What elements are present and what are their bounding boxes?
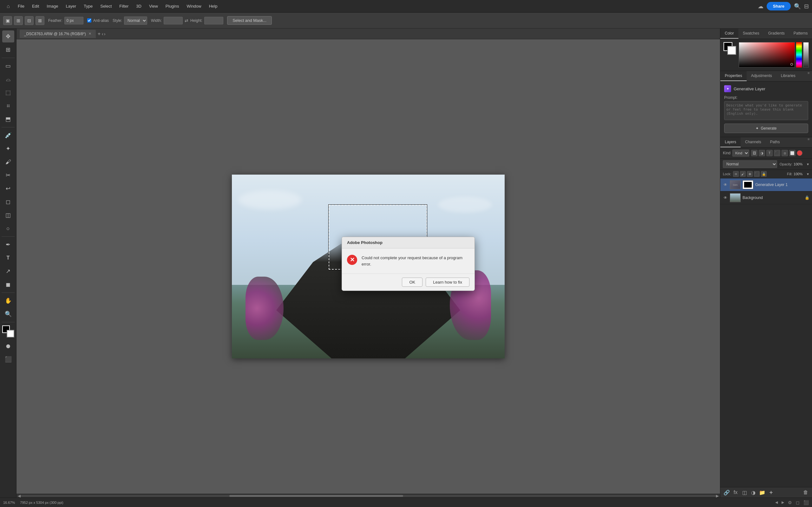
status-nav-right[interactable]: ▶ (781, 500, 784, 504)
menu-help[interactable]: Help (206, 3, 221, 10)
artboard-filter-icon[interactable]: ⬜ (789, 150, 796, 156)
type-tool[interactable]: T (2, 252, 14, 264)
menu-file[interactable]: File (14, 3, 28, 10)
menu-image[interactable]: Image (44, 3, 61, 10)
tab-libraries[interactable]: Libraries (776, 71, 800, 81)
add-layer-style-btn[interactable]: fx (732, 489, 740, 496)
style-select[interactable]: Normal (124, 16, 147, 25)
feather-input[interactable] (64, 17, 84, 24)
blend-mode-select[interactable]: Normal (723, 160, 777, 168)
lock-artboard-icon[interactable]: ⬛ (754, 171, 760, 177)
properties-panel-collapse[interactable]: ≡ (808, 71, 812, 81)
tab-patterns[interactable]: Patterns (789, 29, 812, 39)
delete-layer-btn[interactable]: 🗑 (802, 489, 809, 496)
height-input[interactable] (204, 17, 223, 24)
lasso-tool[interactable]: ⌓ (2, 73, 14, 85)
adjustment-filter-icon[interactable]: ◑ (759, 150, 765, 156)
layer-item-generative[interactable]: 👁 Gen Generative Layer 1 (720, 178, 812, 191)
dodge-tool[interactable]: ○ (2, 222, 14, 234)
layer-visibility-generative[interactable]: 👁 (723, 182, 728, 187)
generate-button[interactable]: ✦ Generate (724, 124, 808, 133)
swap-wh-icon[interactable]: ⇄ (185, 18, 189, 23)
horizontal-scrollbar[interactable]: ◀ ▶ (16, 494, 720, 498)
width-input[interactable] (164, 17, 183, 24)
fill-dropdown-icon[interactable]: ▼ (806, 172, 809, 176)
color-opacity-bar[interactable] (803, 42, 809, 67)
tab-color[interactable]: Color (720, 29, 739, 39)
menu-filter[interactable]: Filter (116, 3, 132, 10)
menu-layer[interactable]: Layer (63, 3, 80, 10)
intersect-selection-btn[interactable]: ⊠ (36, 16, 44, 25)
new-group-btn[interactable]: 📁 (758, 489, 766, 496)
clone-stamp-tool[interactable]: ✂ (2, 169, 14, 181)
menu-window[interactable]: Window (183, 3, 204, 10)
tab-channels[interactable]: Channels (741, 137, 766, 147)
status-icon-1[interactable]: ⚙ (788, 500, 792, 505)
spot-healing-tool[interactable]: ✦ (2, 143, 14, 155)
workspace-icon[interactable]: ⊟ (804, 3, 809, 10)
new-layer-btn[interactable]: + (767, 489, 775, 496)
anti-alias-checkbox[interactable] (87, 18, 91, 22)
add-mask-btn[interactable]: ◫ (741, 489, 748, 496)
history-brush-tool[interactable]: ↩ (2, 182, 14, 194)
document-tab[interactable]: _DSC8763.ARW @ 16.7% (RGB/8*) ✕ (20, 30, 96, 38)
lock-transparent-pixels-icon[interactable]: ⧈ (733, 171, 739, 177)
ps-home-icon[interactable]: ⌂ (3, 1, 13, 11)
crop-tool[interactable]: ⌗ (2, 100, 14, 112)
zoom-tool[interactable]: 🔍 (2, 308, 14, 320)
new-selection-btn[interactable]: ▣ (3, 16, 12, 25)
cloud-icon[interactable]: ☁ (758, 3, 763, 10)
frame-tool[interactable]: ⬒ (2, 113, 14, 125)
background-color-swatch[interactable] (727, 46, 736, 55)
scrollbar-thumb[interactable] (229, 495, 403, 497)
lock-position-icon[interactable]: ✥ (747, 171, 753, 177)
menu-plugins[interactable]: Plugins (162, 3, 183, 10)
tab-gradients[interactable]: Gradients (764, 29, 789, 39)
type-filter-icon[interactable]: T (766, 150, 773, 156)
shape-filter-icon[interactable]: ⬛ (774, 150, 780, 156)
status-icon-3[interactable]: ⬛ (803, 500, 809, 505)
tab-adjustments[interactable]: Adjustments (747, 71, 776, 81)
menu-select[interactable]: Select (97, 3, 115, 10)
tab-close-btn[interactable]: ✕ (89, 32, 91, 36)
tab-properties[interactable]: Properties (720, 71, 747, 81)
menu-view[interactable]: View (146, 3, 161, 10)
scroll-left-btn[interactable]: ◀ (18, 494, 20, 498)
menu-3d[interactable]: 3D (133, 3, 145, 10)
fg-bg-color-selector[interactable] (2, 326, 14, 337)
new-fill-adjustment-btn[interactable]: ◑ (750, 489, 757, 496)
rectangular-marquee-tool[interactable]: ▭ (2, 60, 14, 72)
status-icon-2[interactable]: ◻ (796, 500, 800, 505)
tab-swatches[interactable]: Swatches (739, 29, 764, 39)
lock-all-icon[interactable]: 🔒 (761, 171, 767, 177)
hand-tool[interactable]: ✋ (2, 295, 14, 307)
link-layers-btn[interactable]: 🔗 (723, 489, 730, 496)
subtract-selection-btn[interactable]: ⊟ (25, 16, 34, 25)
layers-panel-collapse[interactable]: ≡ (808, 137, 812, 147)
tab-layers[interactable]: Layers (720, 137, 741, 147)
artboard-tool[interactable]: ⊞ (2, 44, 14, 56)
eraser-tool[interactable]: ◻ (2, 196, 14, 208)
color-spectrum-bar[interactable] (796, 42, 802, 67)
opacity-dropdown-icon[interactable]: ▼ (806, 163, 809, 166)
share-button[interactable]: Share (767, 2, 791, 10)
select-and-mask-button[interactable]: Select and Mask... (227, 16, 272, 25)
layer-kind-select[interactable]: Kind (732, 150, 749, 157)
scroll-right-btn[interactable]: ▶ (716, 494, 719, 498)
object-selection-tool[interactable]: ⬚ (2, 87, 14, 99)
dialog-fix-button[interactable]: Learn how to fix (426, 278, 469, 287)
shape-tool[interactable]: ◼ (2, 279, 14, 291)
gradient-tool[interactable]: ◫ (2, 209, 14, 221)
prompt-textarea[interactable] (724, 101, 808, 120)
tab-nav-right[interactable]: › (104, 32, 106, 37)
background-color[interactable] (7, 330, 14, 337)
add-selection-btn[interactable]: ⊞ (14, 16, 23, 25)
path-selection-tool[interactable]: ↗ (2, 265, 14, 277)
filter-active-indicator[interactable] (797, 150, 803, 156)
smartobject-filter-icon[interactable]: ⧈ (781, 150, 788, 156)
screen-mode-btn[interactable]: ⬛ (2, 353, 14, 365)
layer-item-background[interactable]: 👁 Background 🔒 (720, 191, 812, 205)
menu-type[interactable]: Type (81, 3, 96, 10)
menu-edit[interactable]: Edit (29, 3, 42, 10)
brush-tool[interactable]: 🖌 (2, 156, 14, 168)
